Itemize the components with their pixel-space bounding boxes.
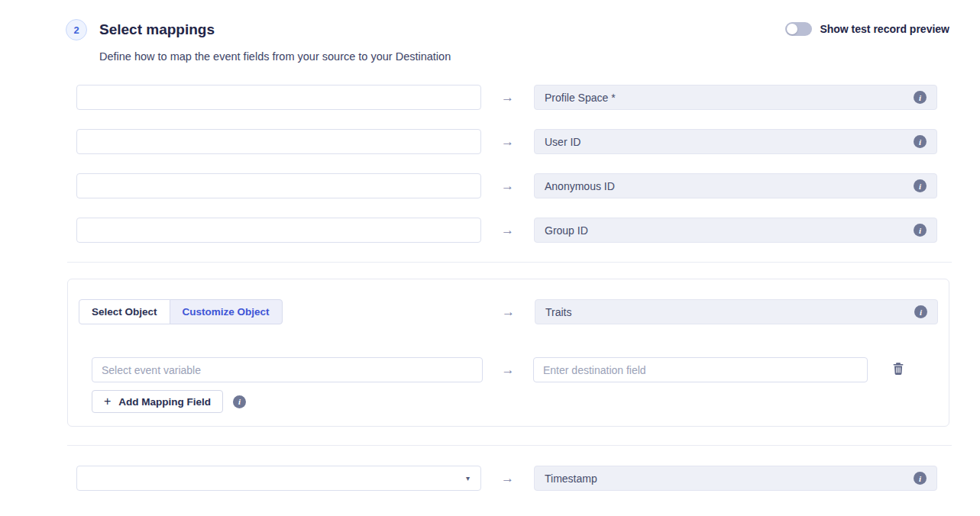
add-mapping-row: + Add Mapping Field i	[92, 390, 949, 413]
tab-select-object[interactable]: Select Object	[79, 299, 170, 324]
tab-customize-object[interactable]: Customize Object	[170, 299, 283, 324]
page-subtitle: Define how to map the event fields from …	[99, 50, 980, 63]
mapping-row-anonymous-id: → Anonymous ID i	[76, 173, 980, 198]
event-variable-input[interactable]	[92, 357, 483, 382]
destination-field-label: Profile Space *	[545, 92, 616, 104]
source-field-input[interactable]	[76, 173, 481, 198]
show-test-record-preview-toggle-group[interactable]: Show test record preview	[785, 22, 949, 36]
mapping-row-group-id: → Group ID i	[76, 218, 980, 243]
select-mappings-panel: 2 Select mappings Show test record previ…	[0, 0, 980, 516]
arrow-right-icon: →	[481, 90, 534, 105]
info-icon[interactable]: i	[914, 135, 927, 148]
traits-mapping-section: Select Object Customize Object → Traits …	[67, 279, 949, 427]
destination-field-label: Anonymous ID	[545, 180, 615, 192]
chevron-down-icon: ▾	[466, 474, 470, 482]
page-title: Select mappings	[99, 19, 215, 40]
destination-field-box: Traits i	[535, 299, 938, 324]
info-icon[interactable]: i	[914, 305, 927, 318]
info-icon[interactable]: i	[914, 179, 927, 192]
mapping-row-timestamp: ▾ → Timestamp i	[76, 466, 980, 491]
arrow-right-icon: →	[481, 179, 534, 194]
destination-field-box: Group ID i	[534, 218, 937, 243]
add-mapping-field-label: Add Mapping Field	[118, 396, 211, 408]
destination-field-box: User ID i	[534, 129, 937, 154]
info-icon[interactable]: i	[914, 224, 927, 237]
toggle-switch[interactable]	[785, 22, 812, 36]
destination-field-label: User ID	[545, 136, 581, 148]
timestamp-source-select[interactable]: ▾	[76, 466, 481, 491]
source-field-input[interactable]	[76, 129, 481, 154]
arrow-right-icon: →	[482, 305, 535, 320]
trash-icon	[892, 362, 904, 378]
traits-section-header: Select Object Customize Object → Traits …	[68, 299, 949, 324]
arrow-right-icon: →	[483, 363, 533, 378]
add-mapping-field-button[interactable]: + Add Mapping Field	[92, 390, 223, 413]
step-number-badge: 2	[66, 19, 87, 40]
object-mode-segmented-control: Select Object Customize Object	[79, 299, 283, 324]
mapping-row-user-id: → User ID i	[76, 129, 980, 154]
destination-field-box: Anonymous ID i	[534, 173, 937, 198]
info-icon[interactable]: i	[914, 472, 927, 485]
plus-icon: +	[104, 395, 111, 408]
toggle-knob	[787, 24, 797, 34]
info-icon[interactable]: i	[914, 91, 927, 104]
destination-field-box: Timestamp i	[534, 466, 937, 491]
info-icon[interactable]: i	[233, 395, 246, 408]
mapping-rows: → Profile Space * i → User ID i → Anonym…	[0, 85, 980, 243]
arrow-right-icon: →	[481, 223, 534, 238]
source-field-input[interactable]	[76, 85, 481, 110]
destination-field-input[interactable]	[533, 357, 868, 382]
destination-field-box: Profile Space * i	[534, 85, 937, 110]
divider	[67, 445, 952, 446]
source-field-input[interactable]	[76, 218, 481, 243]
divider	[67, 262, 952, 263]
arrow-right-icon: →	[481, 471, 534, 486]
header: 2 Select mappings Show test record previ…	[0, 0, 980, 40]
destination-field-label: Group ID	[545, 224, 588, 237]
destination-field-label: Traits	[545, 306, 571, 318]
delete-mapping-button[interactable]	[891, 360, 906, 379]
object-mode-tabs-cell: Select Object Customize Object	[68, 299, 482, 324]
mapping-row-profile-space: → Profile Space * i	[76, 85, 980, 110]
arrow-right-icon: →	[481, 134, 534, 150]
custom-mapping-row: →	[68, 357, 949, 382]
destination-field-label: Timestamp	[545, 472, 597, 485]
toggle-label: Show test record preview	[820, 23, 949, 35]
